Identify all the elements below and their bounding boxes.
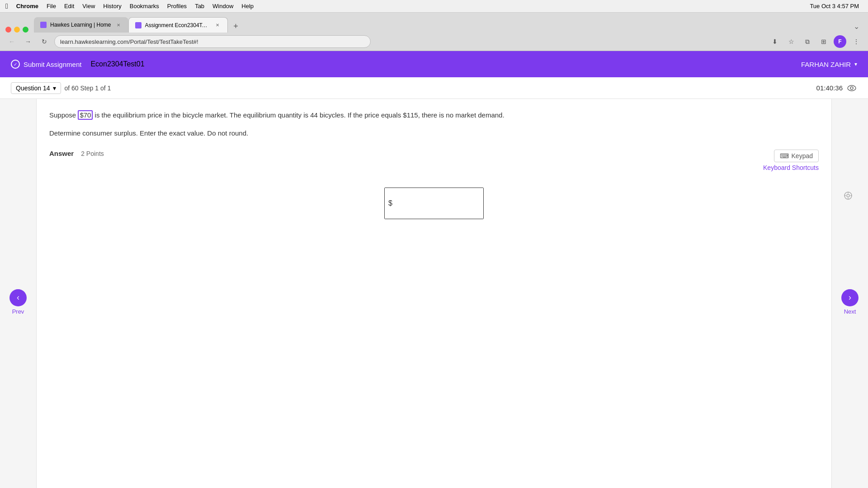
apple-icon:  [5,2,8,10]
browser-tab-2[interactable]: Assignment Econ2304Test01 ✕ [128,17,228,33]
new-tab-button[interactable]: + [230,20,242,33]
next-circle: › [841,289,859,306]
points-label: 2 Points [81,150,104,157]
question-toolbar: Question 14 ▾ of 60 Step 1 of 1 01:40:36 [0,77,868,99]
keypad-label: Keypad [792,152,813,160]
refresh-button[interactable]: ↻ [38,35,51,48]
header-left: ✓ Submit Assignment Econ2304Test01 [11,60,145,69]
tab-favicon-1 [40,22,47,28]
submit-label: Submit Assignment [24,61,81,68]
timer-display: 01:40:36 [816,84,843,92]
menu-view[interactable]: View [82,3,95,9]
user-name: FARHAN ZAHIR [801,61,851,68]
menu-help[interactable]: Help [241,3,254,9]
minimize-window-btn[interactable] [14,27,20,33]
keypad-icon: ⌨ [780,152,789,160]
highlighted-price: $70 [78,110,93,120]
os-menubar:  Chrome File Edit View History Bookmark… [0,0,868,13]
tab-title-1: Hawkes Learning | Home [50,22,111,28]
back-button[interactable]: ← [5,35,18,48]
menu-window[interactable]: Window [212,3,233,9]
tab-favicon-2 [135,22,142,28]
nav-right: › Next [832,99,868,488]
svg-point-0 [848,85,856,91]
keypad-button[interactable]: ⌨ Keypad [774,150,819,162]
question-label: Question 14 [16,84,50,92]
menu-tab[interactable]: Tab [195,3,204,9]
address-text: learn.hawkeslearning.com/Portal/Test/Tes… [60,38,198,45]
close-window-btn[interactable] [5,27,11,33]
menu-file[interactable]: File [47,3,56,9]
address-bar[interactable]: learn.hawkeslearning.com/Portal/Test/Tes… [54,35,371,48]
bookmark-btn[interactable]: ☆ [785,35,797,48]
question-text: Suppose $70 is the equilibrium price in … [49,110,819,121]
menu-edit[interactable]: Edit [64,3,74,9]
answer-input-wrapper: $ [384,188,484,219]
profile-button[interactable]: F [834,35,846,48]
app-wrapper: ✓ Submit Assignment Econ2304Test01 FARHA… [0,51,868,488]
nav-left: ‹ Prev [0,99,36,488]
more-options-btn[interactable]: ⋮ [850,35,863,48]
user-dropdown-arrow: ▾ [854,61,857,67]
prev-label: Prev [12,308,24,315]
answer-input-area: $ [49,188,819,219]
app-header: ✓ Submit Assignment Econ2304Test01 FARHA… [0,51,868,77]
next-label: Next [844,308,856,315]
browser-actions: ⬇ ☆ ⧉ ⊞ F ⋮ [769,35,863,48]
grid-btn[interactable]: ⊞ [817,35,830,48]
question-body: Suppose $70 is the equilibrium price in … [37,99,831,239]
expand-tabs-btn[interactable]: ⌄ [850,20,863,33]
course-name: Econ2304Test01 [90,60,144,68]
question-dropdown[interactable]: Question 14 ▾ [11,82,61,94]
menu-chrome[interactable]: Chrome [16,3,38,9]
prev-button[interactable]: ‹ Prev [9,289,27,315]
submit-assignment-button[interactable]: ✓ Submit Assignment [11,60,81,69]
next-button[interactable]: › Next [841,289,859,315]
answer-input-field[interactable] [396,188,484,219]
content-wrapper: ‹ Prev Suppose $70 is the equilibrium pr… [0,99,868,488]
question-content-area: Suppose $70 is the equilibrium price in … [36,99,832,488]
forward-button[interactable]: → [22,35,34,48]
tab-close-2[interactable]: ✕ [214,22,221,29]
browser-tab-1[interactable]: Hawkes Learning | Home ✕ [34,17,128,33]
keyboard-shortcuts-link[interactable]: Keyboard Shortcuts [763,164,819,171]
submit-icon: ✓ [11,60,20,69]
answer-label: Answer [49,150,74,157]
tab-title-2: Assignment Econ2304Test01 [145,22,210,28]
maximize-window-btn[interactable] [23,27,28,33]
svg-point-1 [850,87,853,89]
dollar-sign: $ [385,188,396,219]
question-dropdown-arrow: ▾ [53,84,56,92]
settings-icon-button[interactable] [842,189,854,202]
browser-toolbar: ← → ↻ learn.hawkeslearning.com/Portal/Te… [0,33,868,51]
prev-circle: ‹ [9,289,27,306]
menu-history[interactable]: History [103,3,121,9]
download-btn[interactable]: ⬇ [769,35,781,48]
traffic-lights [5,27,28,33]
timer-area: 01:40:36 [816,83,857,94]
os-time: Tue Oct 3 4:57 PM [810,3,859,9]
answer-row: Answer 2 Points ⌨ Keypad Keyboard Shortc… [49,150,819,178]
menu-bookmarks[interactable]: Bookmarks [130,3,159,9]
instruction-text: Determine consumer surplus. Enter the ex… [49,128,819,139]
user-menu[interactable]: FARHAN ZAHIR ▾ [801,61,857,68]
extensions-btn[interactable]: ⧉ [801,35,814,48]
browser-chrome: Hawkes Learning | Home ✕ Assignment Econ… [0,13,868,51]
tab-close-1[interactable]: ✕ [115,21,122,28]
svg-point-3 [847,194,849,197]
question-selector: Question 14 ▾ of 60 Step 1 of 1 [11,82,111,94]
step-info: of 60 Step 1 of 1 [65,84,111,92]
menu-profiles[interactable]: Profiles [167,3,187,9]
hide-timer-button[interactable] [846,83,857,94]
